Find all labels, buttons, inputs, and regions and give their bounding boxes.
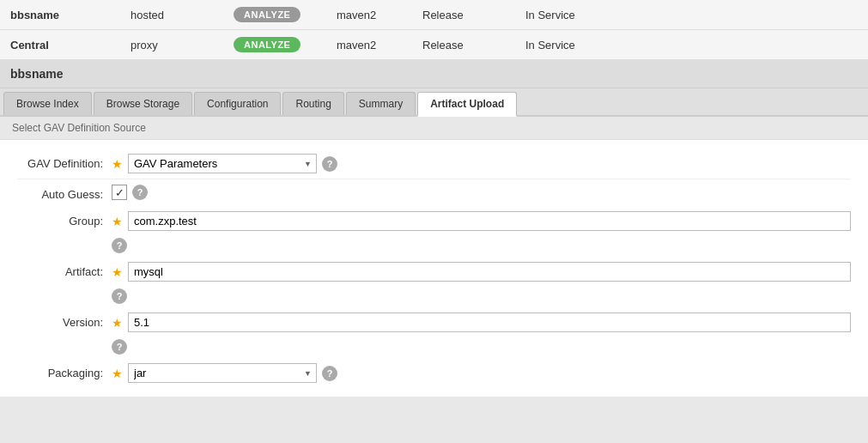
repo-name: bbsname — [0, 0, 120, 30]
repo-type: proxy — [120, 30, 223, 60]
section-sublabel: Select GAV Definition Source — [0, 117, 868, 140]
version-help-icon[interactable]: ? — [112, 339, 127, 355]
tab-routing[interactable]: Routing — [282, 92, 343, 115]
repo-format: maven2 — [326, 0, 412, 30]
version-controls: ★ — [112, 313, 851, 332]
group-help-row: ? — [17, 236, 851, 257]
analyze-button[interactable]: ANALYZE — [234, 7, 300, 22]
group-controls: ★ — [112, 211, 851, 231]
gav-definition-select-wrapper[interactable]: GAV ParametersPOM File — [128, 154, 317, 173]
tab-browse-index[interactable]: Browse Index — [3, 92, 92, 115]
repo-status: In Service — [515, 0, 868, 30]
gav-definition-label: GAV Definition: — [17, 154, 103, 170]
analyze-btn-cell[interactable]: ANALYZE — [223, 0, 326, 30]
tab-configuration[interactable]: Configuration — [194, 92, 281, 115]
packaging-select-wrapper[interactable]: jarwarpomear — [128, 363, 317, 383]
artifact-row: Artifact: ★ — [17, 257, 851, 287]
content-area: Select GAV Definition Source GAV Definit… — [0, 117, 868, 397]
analyze-btn-cell[interactable]: ANALYZE — [223, 30, 326, 60]
repo-type: hosted — [120, 0, 223, 30]
repo-release: Release — [412, 30, 515, 60]
repo-release: Release — [412, 0, 515, 30]
artifact-required-star: ★ — [112, 265, 123, 279]
packaging-controls: ★ jarwarpomear ? — [112, 363, 851, 383]
group-row: Group: ★ — [17, 206, 851, 236]
repo-name: Central — [0, 30, 120, 60]
packaging-label: Packaging: — [17, 363, 103, 379]
gav-definition-select[interactable]: GAV ParametersPOM File — [128, 154, 317, 173]
group-label: Group: — [17, 211, 103, 228]
gav-definition-controls: ★ GAV ParametersPOM File ? — [112, 154, 851, 173]
packaging-select[interactable]: jarwarpomear — [128, 363, 317, 383]
tab-summary[interactable]: Summary — [346, 92, 416, 115]
auto-guess-checkbox[interactable] — [112, 185, 127, 200]
auto-guess-row: Auto Guess: ? — [17, 179, 851, 206]
version-required-star: ★ — [112, 316, 123, 330]
version-help-row: ? — [17, 337, 851, 358]
required-star-icon: ★ — [112, 157, 123, 171]
group-input[interactable] — [128, 211, 851, 231]
auto-guess-controls: ? — [112, 185, 851, 200]
version-row: Version: ★ — [17, 307, 851, 337]
tab-artifact-upload[interactable]: Artifact Upload — [417, 92, 517, 117]
repo-row: bbsname hosted ANALYZE maven2 Release In… — [0, 0, 868, 30]
form-area: GAV Definition: ★ GAV ParametersPOM File… — [0, 140, 868, 397]
artifact-input[interactable] — [128, 262, 851, 282]
tab-bar: Browse IndexBrowse StorageConfigurationR… — [0, 88, 868, 117]
repo-status: In Service — [515, 30, 868, 60]
gav-help-icon[interactable]: ? — [322, 156, 337, 172]
artifact-controls: ★ — [112, 262, 851, 282]
repo-format: maven2 — [326, 30, 412, 60]
gav-definition-row: GAV Definition: ★ GAV ParametersPOM File… — [17, 149, 851, 179]
packaging-required-star: ★ — [112, 367, 123, 380]
artifact-help-row: ? — [17, 287, 851, 307]
repo-row: Central proxy ANALYZE maven2 Release In … — [0, 30, 868, 60]
auto-guess-help-icon[interactable]: ? — [132, 185, 148, 200]
analyze-button[interactable]: ANALYZE — [234, 37, 300, 52]
auto-guess-label: Auto Guess: — [17, 185, 103, 201]
packaging-row: Packaging: ★ jarwarpomear ? — [17, 358, 851, 388]
group-help-icon[interactable]: ? — [112, 238, 127, 253]
section-title: bbsname — [0, 60, 868, 88]
artifact-help-icon[interactable]: ? — [112, 288, 127, 304]
version-input[interactable] — [128, 313, 851, 332]
tab-browse-storage[interactable]: Browse Storage — [94, 92, 192, 115]
version-label: Version: — [17, 313, 103, 329]
artifact-label: Artifact: — [17, 262, 103, 278]
group-required-star: ★ — [112, 215, 123, 228]
packaging-help-icon[interactable]: ? — [322, 366, 337, 381]
